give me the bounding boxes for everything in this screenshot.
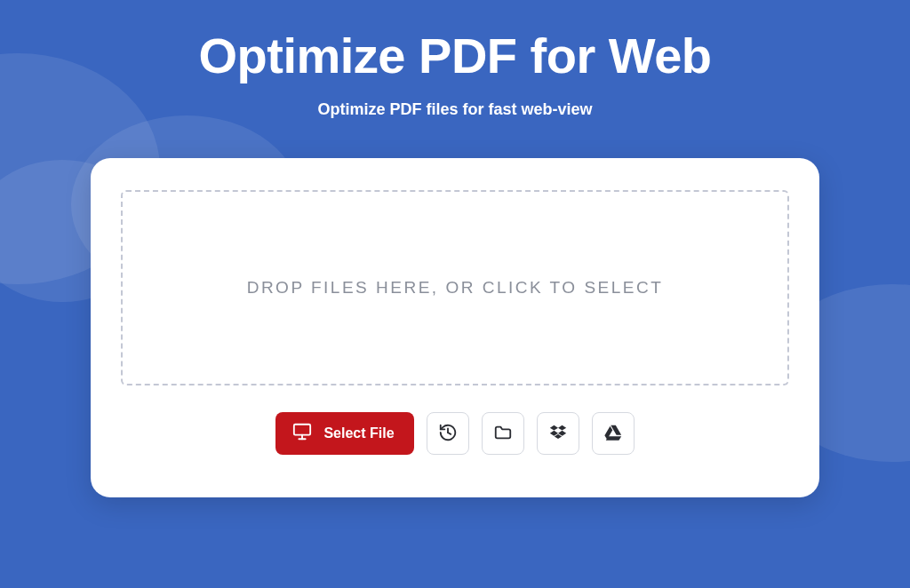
- page-title: Optimize PDF for Web: [199, 27, 712, 84]
- google-drive-button[interactable]: [592, 412, 635, 455]
- dropzone-label: DROP FILES HERE, OR CLICK TO SELECT: [247, 278, 664, 298]
- folder-button[interactable]: [482, 412, 524, 455]
- page-subtitle: Optimize PDF files for fast web-view: [317, 100, 592, 119]
- svg-rect-0: [294, 425, 310, 435]
- history-button[interactable]: [427, 412, 469, 455]
- file-dropzone[interactable]: DROP FILES HERE, OR CLICK TO SELECT: [121, 190, 789, 385]
- upload-card: DROP FILES HERE, OR CLICK TO SELECT Sele…: [91, 158, 819, 497]
- upload-actions-row: Select File: [275, 412, 634, 455]
- svg-line-4: [448, 433, 451, 434]
- monitor-icon: [291, 422, 313, 445]
- select-file-label: Select File: [323, 425, 394, 441]
- select-file-button[interactable]: Select File: [275, 412, 413, 455]
- google-drive-icon: [603, 423, 623, 445]
- dropbox-icon: [548, 423, 568, 445]
- folder-icon: [493, 423, 513, 445]
- history-icon: [438, 423, 458, 445]
- dropbox-button[interactable]: [537, 412, 579, 455]
